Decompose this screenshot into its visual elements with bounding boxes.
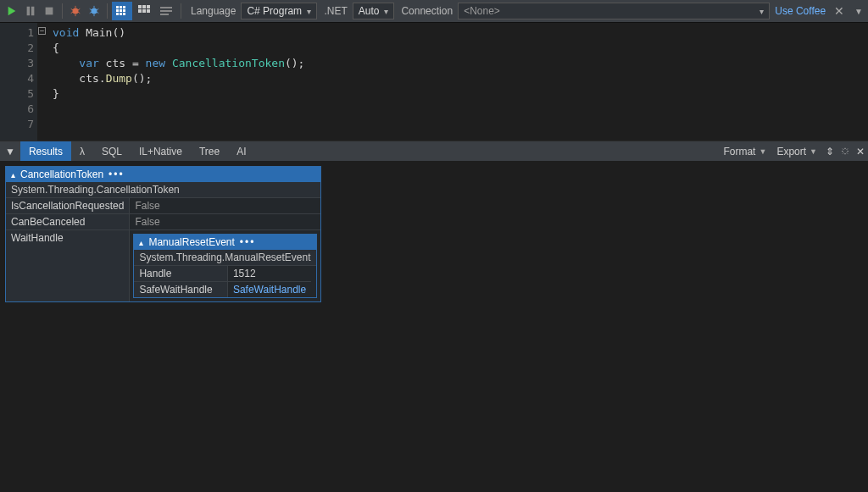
txt: { xyxy=(53,41,59,54)
svg-rect-20 xyxy=(160,10,172,12)
safewaithandle-link[interactable]: SafeWaitHandle xyxy=(233,284,306,296)
svg-rect-17 xyxy=(142,9,146,13)
dump-title: CancellationToken xyxy=(20,169,103,180)
table-row: IsCancellationRequested False xyxy=(6,198,320,214)
view-grid2-button[interactable] xyxy=(134,2,154,20)
language-value: C# Program xyxy=(247,5,302,17)
svg-rect-5 xyxy=(120,6,122,8)
type: CancellationToken xyxy=(165,57,285,69)
run-button[interactable] xyxy=(3,3,20,19)
svg-rect-12 xyxy=(123,13,125,15)
txt: (); xyxy=(132,72,152,85)
tab-ilnative[interactable]: IL+Native xyxy=(131,141,191,162)
svg-rect-7 xyxy=(116,9,119,12)
stop-button[interactable] xyxy=(41,3,58,19)
export-label: Export xyxy=(776,146,806,158)
bug-alt-button[interactable] xyxy=(86,3,103,19)
refresh-icon[interactable] xyxy=(837,146,853,157)
view-text-button[interactable] xyxy=(156,2,176,20)
tab-ai[interactable]: AI xyxy=(228,141,254,162)
svg-rect-6 xyxy=(123,6,125,8)
close-results-icon[interactable]: ✕ xyxy=(853,146,868,158)
toolbar-right: Use Coffee ✕ ▼ xyxy=(775,4,865,18)
dump-header[interactable]: ▴ CancellationToken ••• xyxy=(6,167,320,182)
dump-cancellationtoken: ▴ CancellationToken ••• System.Threading… xyxy=(5,166,321,302)
results-tabstrip: ▼ Results λ SQL IL+Native Tree AI Format… xyxy=(0,141,868,161)
tab-sql[interactable]: SQL xyxy=(93,141,131,162)
separator xyxy=(107,3,108,19)
bug-button[interactable] xyxy=(67,3,84,19)
svg-rect-9 xyxy=(123,9,125,12)
collapse-results-icon[interactable]: ▼ xyxy=(0,146,20,158)
fold-column: − xyxy=(37,23,47,141)
svg-rect-0 xyxy=(46,8,53,15)
net-label: .NET xyxy=(324,5,347,17)
svg-rect-10 xyxy=(116,13,119,15)
more-icon[interactable]: ••• xyxy=(108,169,125,180)
kw: var xyxy=(53,57,99,69)
line-num: 3 xyxy=(0,56,34,71)
line-num: 1 xyxy=(0,25,34,41)
table-row: WaitHandle ▴ ManualResetEvent ••• System… xyxy=(6,230,320,302)
code-editor[interactable]: 1 2 3 4 5 6 7 − void Main() { var cts = … xyxy=(0,22,868,141)
tab-tree[interactable]: Tree xyxy=(191,141,228,162)
connection-value: <None> xyxy=(464,5,500,17)
export-menu[interactable]: Export▼ xyxy=(771,146,822,158)
prop-name: IsCancellationRequested xyxy=(6,198,130,214)
main-toolbar: Language C# Program ▾ .NET Auto ▾ Connec… xyxy=(0,0,868,22)
method: Dump xyxy=(106,72,132,85)
net-select[interactable]: Auto ▾ xyxy=(353,3,395,19)
connection-select[interactable]: <None> ▾ xyxy=(458,3,770,19)
code-area[interactable]: void Main() { var cts = new Cancellation… xyxy=(47,23,311,141)
svg-rect-18 xyxy=(147,9,150,13)
txt: Main() xyxy=(79,26,125,39)
chevron-down-icon: ▼ xyxy=(759,147,766,156)
line-num: 5 xyxy=(0,86,34,102)
prop-value: 1512 xyxy=(227,266,311,282)
prop-value-nested: ▴ ManualResetEvent ••• System.Threading.… xyxy=(130,230,320,302)
line-num: 2 xyxy=(0,41,34,56)
txt: } xyxy=(53,87,59,100)
prop-value: SafeWaitHandle xyxy=(227,282,311,298)
txt: cts = xyxy=(99,57,146,69)
pause-button[interactable] xyxy=(22,3,39,19)
dump-header[interactable]: ▴ ManualResetEvent ••• xyxy=(134,235,315,250)
dropdown-button[interactable]: ▼ xyxy=(853,7,865,16)
svg-rect-15 xyxy=(147,5,150,8)
txt: cts. xyxy=(53,72,106,85)
line-gutter: 1 2 3 4 5 6 7 xyxy=(0,23,37,141)
close-button[interactable]: ✕ xyxy=(831,4,848,18)
format-menu[interactable]: Format▼ xyxy=(718,146,771,158)
view-grid-button[interactable] xyxy=(112,2,132,20)
net-value: Auto xyxy=(359,5,380,17)
svg-rect-21 xyxy=(160,14,169,15)
prop-name: CanBeCanceled xyxy=(6,214,130,230)
txt: (); xyxy=(285,57,304,69)
format-label: Format xyxy=(723,146,755,158)
results-pane: ▴ CancellationToken ••• System.Threading… xyxy=(0,161,868,492)
prop-name: Handle xyxy=(134,266,227,282)
prop-name: WaitHandle xyxy=(6,230,130,302)
tab-lambda[interactable]: λ xyxy=(71,141,93,162)
use-coffee-link[interactable]: Use Coffee xyxy=(775,5,826,17)
table-row: SafeWaitHandle SafeWaitHandle xyxy=(134,282,311,298)
more-icon[interactable]: ••• xyxy=(240,236,256,248)
dump-manualresetevent: ▴ ManualResetEvent ••• System.Threading.… xyxy=(133,234,316,298)
svg-rect-13 xyxy=(138,5,142,8)
dump-title: ManualResetEvent xyxy=(148,236,234,248)
tab-results[interactable]: Results xyxy=(20,141,71,162)
svg-point-1 xyxy=(73,8,79,14)
dump-table: Handle 1512 SafeWaitHandle SafeWaitHandl… xyxy=(134,266,311,297)
dump-typename: System.Threading.ManualResetEvent xyxy=(134,250,315,266)
kw: new xyxy=(146,57,165,69)
dump-table: IsCancellationRequested False CanBeCance… xyxy=(6,198,320,301)
fold-toggle[interactable]: − xyxy=(38,27,46,35)
dump-typename: System.Threading.CancellationToken xyxy=(6,182,320,198)
svg-point-2 xyxy=(92,8,97,14)
chevron-down-icon: ▾ xyxy=(760,7,764,16)
separator xyxy=(181,3,181,19)
language-select[interactable]: C# Program ▾ xyxy=(241,3,317,19)
kw: void xyxy=(53,26,79,39)
prop-name: SafeWaitHandle xyxy=(134,282,227,298)
sort-icon[interactable]: ⇕ xyxy=(822,146,837,158)
